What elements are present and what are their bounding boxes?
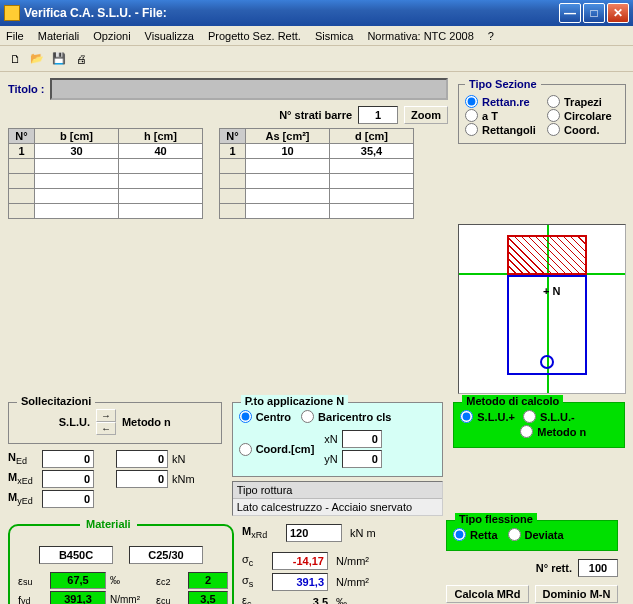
menu-progetto[interactable]: Progetto Sez. Rett.	[208, 30, 301, 42]
menu-help[interactable]: ?	[488, 30, 494, 42]
radio-trapezi[interactable]	[547, 95, 560, 108]
tipo-rottura-box: Tipo rottura Lato calcestruzzo - Acciaio…	[232, 481, 444, 516]
arrow-left-button[interactable]: ←	[96, 422, 116, 435]
menubar: File Materiali Opzioni Visualizza Proget…	[0, 26, 633, 46]
print-icon[interactable]: 🖨	[72, 50, 90, 68]
col-h: h [cm]	[119, 129, 203, 144]
sc-output	[272, 552, 328, 570]
section-canvas: + N	[458, 224, 626, 394]
radio-retta[interactable]	[453, 528, 466, 541]
compression-zone	[507, 235, 587, 275]
steel-combo[interactable]	[39, 546, 113, 564]
calcola-button[interactable]: Calcola MRd	[446, 585, 529, 603]
titolo-input[interactable]	[50, 78, 448, 100]
radio-aT[interactable]	[465, 109, 478, 122]
menu-opzioni[interactable]: Opzioni	[93, 30, 130, 42]
app-icon	[4, 5, 20, 21]
menu-materiali[interactable]: Materiali	[38, 30, 80, 42]
close-button[interactable]: ✕	[607, 3, 629, 23]
new-icon[interactable]: 🗋	[6, 50, 24, 68]
col-n2: N°	[220, 129, 246, 144]
open-icon[interactable]: 📂	[28, 50, 46, 68]
col-b: b [cm]	[35, 129, 119, 144]
n-marker: + N	[543, 285, 560, 297]
ec2-value[interactable]: 2	[188, 572, 228, 589]
strati-input[interactable]	[358, 106, 398, 124]
esu-value[interactable]: 67,5	[50, 572, 106, 589]
col-as: As [cm²]	[246, 129, 330, 144]
menu-normativa[interactable]: Normativa: NTC 2008	[367, 30, 473, 42]
col-n: N°	[9, 129, 35, 144]
save-icon[interactable]: 💾	[50, 50, 68, 68]
NEd-input[interactable]	[42, 450, 94, 468]
minimize-button[interactable]: ―	[559, 3, 581, 23]
toolbar: 🗋 📂 💾 🖨	[0, 46, 633, 72]
radio-coord-cm[interactable]	[239, 443, 252, 456]
ss-output	[272, 573, 328, 591]
MxRd-output	[286, 524, 342, 542]
titlebar: Verifica C.A. S.L.U. - File: ― □ ✕	[0, 0, 633, 26]
tipo-flessione-group: Tipo flessione Retta Deviata	[446, 520, 618, 551]
arrow-right-button[interactable]: →	[96, 409, 116, 422]
radio-metodon[interactable]	[520, 425, 533, 438]
metodo-calcolo-group: Metodo di calcolo S.L.U.+ S.L.U.- Metodo…	[453, 402, 625, 448]
maximize-button[interactable]: □	[583, 3, 605, 23]
radio-rettangoli[interactable]	[465, 123, 478, 136]
dominio-button[interactable]: Dominio M-N	[535, 585, 618, 603]
sollecitazioni-legend: Sollecitazioni	[17, 395, 95, 407]
radio-centro[interactable]	[239, 410, 252, 423]
tipo-sezione-group: Tipo Sezione Rettan.re a T Rettangoli Tr…	[458, 78, 626, 144]
yN-input[interactable]	[342, 450, 382, 468]
slu-label: S.L.U.	[59, 416, 90, 428]
ecu-value[interactable]: 3,5	[188, 591, 228, 604]
nrett-label: N° rett.	[536, 562, 572, 574]
xN-input[interactable]	[342, 430, 382, 448]
radio-baricentro[interactable]	[301, 410, 314, 423]
menu-visualizza[interactable]: Visualizza	[145, 30, 194, 42]
tipo-sezione-legend: Tipo Sezione	[465, 78, 541, 90]
rebar-icon	[540, 355, 554, 369]
concrete-combo[interactable]	[129, 546, 203, 564]
MxEd-input[interactable]	[42, 470, 94, 488]
section-table[interactable]: N° b [cm] h [cm] 1 30 40	[8, 128, 203, 219]
M2-input[interactable]	[116, 470, 168, 488]
radio-circolare[interactable]	[547, 109, 560, 122]
fyd-value[interactable]: 391,3	[50, 591, 106, 604]
radio-coord[interactable]	[547, 123, 560, 136]
menu-file[interactable]: File	[6, 30, 24, 42]
radio-deviata[interactable]	[508, 528, 521, 541]
zoom-button[interactable]: Zoom	[404, 106, 448, 124]
menu-sismica[interactable]: Sismica	[315, 30, 354, 42]
results-panel: MxRd kN m σcN/mm² σsN/mm² εc3,5‰ εs7,399…	[242, 520, 438, 604]
punto-applicazione-group: P.to applicazione N Centro Baricentro cl…	[232, 402, 444, 477]
nrett-input[interactable]	[578, 559, 618, 577]
bars-table[interactable]: N° As [cm²] d [cm] 1 10 35,4	[219, 128, 414, 219]
strati-label: N° strati barre	[279, 109, 352, 121]
MyEd-input[interactable]	[42, 490, 94, 508]
metodon-label: Metodo n	[122, 416, 171, 428]
window-title: Verifica C.A. S.L.U. - File:	[24, 6, 557, 20]
titolo-label: Titolo :	[8, 83, 44, 95]
radio-rettanre[interactable]	[465, 95, 478, 108]
N2-input[interactable]	[116, 450, 168, 468]
radio-slu-plus[interactable]	[460, 410, 473, 423]
sollecitazioni-group: Sollecitazioni S.L.U. → ← Metodo n	[8, 402, 222, 444]
col-d: d [cm]	[330, 129, 414, 144]
materiali-group: Materiali εsu67,5‰ fyd391,3N/mm² Es200.0…	[8, 524, 234, 604]
radio-slu-minus[interactable]	[523, 410, 536, 423]
